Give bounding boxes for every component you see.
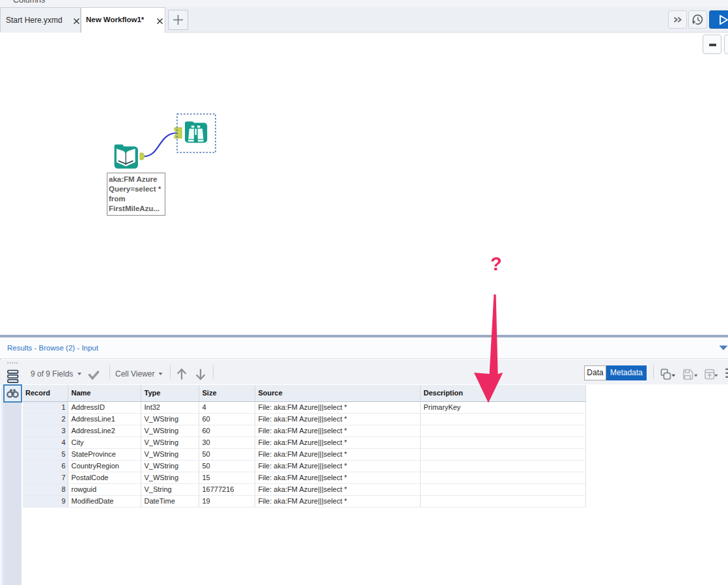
svg-text:?: ? xyxy=(490,253,502,274)
